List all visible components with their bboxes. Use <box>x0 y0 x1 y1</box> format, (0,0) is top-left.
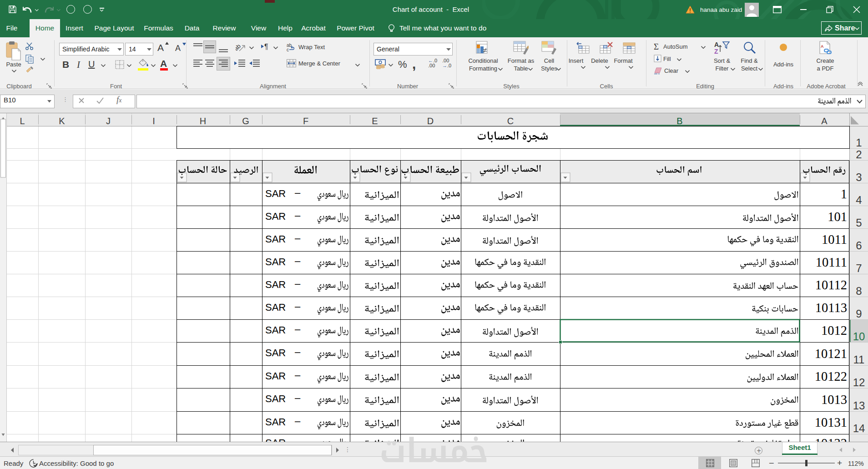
svg-text:A: A <box>714 41 719 48</box>
svg-text:10122: 10122 <box>815 369 847 383</box>
svg-text:I: I <box>152 116 155 126</box>
svg-text:10121: 10121 <box>815 347 847 361</box>
svg-text:–: – <box>295 301 301 312</box>
svg-text:10: 10 <box>853 330 865 343</box>
svg-text:SAR: SAR <box>265 347 286 358</box>
svg-text:SAR: SAR <box>265 211 286 222</box>
svg-text:10111: 10111 <box>816 255 847 269</box>
svg-text:10113: 10113 <box>815 301 847 315</box>
svg-text:SAR: SAR <box>265 393 286 404</box>
svg-text:–: – <box>295 278 301 289</box>
svg-text:c: c <box>287 47 289 52</box>
svg-text:6: 6 <box>856 239 862 252</box>
svg-text:K: K <box>59 116 65 126</box>
svg-text:–: – <box>295 232 301 244</box>
svg-text:13: 13 <box>853 399 865 412</box>
svg-text:C: C <box>507 116 514 126</box>
svg-text:–: – <box>295 415 301 427</box>
svg-text:A: A <box>821 116 828 126</box>
svg-text:H: H <box>200 116 206 126</box>
svg-text:11: 11 <box>853 353 865 366</box>
svg-text:J: J <box>106 116 111 126</box>
svg-text:8: 8 <box>856 285 862 297</box>
svg-text:Z: Z <box>714 48 718 55</box>
svg-text:SAR: SAR <box>265 279 286 290</box>
svg-text:–: – <box>295 210 301 221</box>
svg-text:7: 7 <box>856 262 862 274</box>
svg-text:SAR: SAR <box>265 256 286 267</box>
svg-text:10112: 10112 <box>815 278 847 292</box>
svg-text:F: F <box>303 116 308 126</box>
svg-text:ab: ab <box>236 43 242 52</box>
svg-text:–: – <box>295 346 301 358</box>
svg-text:SAR: SAR <box>265 324 286 336</box>
svg-text:SAR: SAR <box>265 370 286 382</box>
svg-text:14: 14 <box>853 422 865 434</box>
svg-text:–: – <box>295 369 301 381</box>
svg-text:3: 3 <box>856 171 862 183</box>
svg-text:B: B <box>676 116 682 126</box>
svg-text:12: 12 <box>853 376 865 388</box>
svg-text:SAR: SAR <box>265 416 286 428</box>
svg-text:E: E <box>372 116 378 126</box>
svg-text:1013: 1013 <box>821 393 847 407</box>
svg-text:–: – <box>295 392 301 403</box>
svg-text:1012: 1012 <box>821 323 847 338</box>
svg-text:L: L <box>20 116 25 126</box>
svg-text:5: 5 <box>856 217 862 229</box>
svg-text:SAR: SAR <box>265 233 286 245</box>
svg-text:10131: 10131 <box>815 415 847 429</box>
svg-text:–: – <box>295 323 301 335</box>
svg-text:≠: ≠ <box>483 46 487 54</box>
svg-text:1011: 1011 <box>822 232 847 247</box>
svg-text:¶: ¶ <box>264 43 268 50</box>
svg-text:G: G <box>242 116 249 126</box>
svg-text:1: 1 <box>856 136 862 149</box>
svg-text:4: 4 <box>856 194 862 206</box>
svg-text:A: A <box>821 44 824 49</box>
svg-text:–: – <box>295 187 301 198</box>
svg-text:1: 1 <box>841 187 847 201</box>
svg-text:SAR: SAR <box>265 188 286 199</box>
svg-text:–: – <box>295 255 301 267</box>
svg-text:2: 2 <box>856 148 862 161</box>
svg-text:D: D <box>427 116 434 126</box>
svg-text:101: 101 <box>828 210 847 224</box>
svg-text:9: 9 <box>856 308 862 320</box>
svg-text:SAR: SAR <box>265 302 286 313</box>
